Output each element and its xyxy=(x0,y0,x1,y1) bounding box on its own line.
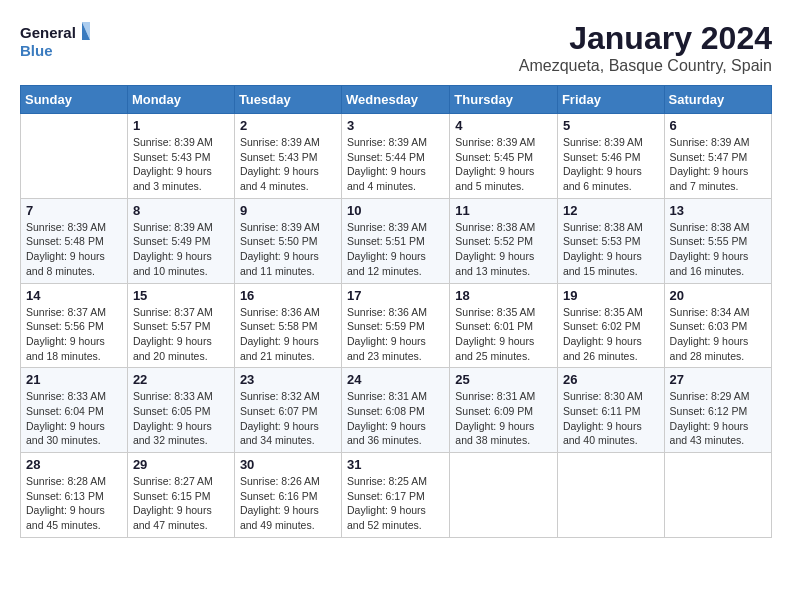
day-info: Sunrise: 8:39 AMSunset: 5:47 PMDaylight:… xyxy=(670,136,750,192)
calendar-cell: 7 Sunrise: 8:39 AMSunset: 5:48 PMDayligh… xyxy=(21,198,128,283)
calendar-week-row: 7 Sunrise: 8:39 AMSunset: 5:48 PMDayligh… xyxy=(21,198,772,283)
calendar-cell: 1 Sunrise: 8:39 AMSunset: 5:43 PMDayligh… xyxy=(127,114,234,199)
day-info: Sunrise: 8:31 AMSunset: 6:09 PMDaylight:… xyxy=(455,390,535,446)
calendar-cell: 30 Sunrise: 8:26 AMSunset: 6:16 PMDaylig… xyxy=(234,453,341,538)
day-info: Sunrise: 8:38 AMSunset: 5:52 PMDaylight:… xyxy=(455,221,535,277)
calendar-day-header: Friday xyxy=(557,86,664,114)
day-info: Sunrise: 8:39 AMSunset: 5:46 PMDaylight:… xyxy=(563,136,643,192)
day-number: 24 xyxy=(347,372,444,387)
day-number: 21 xyxy=(26,372,122,387)
day-number: 4 xyxy=(455,118,552,133)
logo-svg: General Blue xyxy=(20,20,90,65)
day-info: Sunrise: 8:35 AMSunset: 6:01 PMDaylight:… xyxy=(455,306,535,362)
day-info: Sunrise: 8:28 AMSunset: 6:13 PMDaylight:… xyxy=(26,475,106,531)
day-info: Sunrise: 8:36 AMSunset: 5:59 PMDaylight:… xyxy=(347,306,427,362)
day-info: Sunrise: 8:27 AMSunset: 6:15 PMDaylight:… xyxy=(133,475,213,531)
day-info: Sunrise: 8:25 AMSunset: 6:17 PMDaylight:… xyxy=(347,475,427,531)
calendar-cell: 24 Sunrise: 8:31 AMSunset: 6:08 PMDaylig… xyxy=(342,368,450,453)
day-number: 16 xyxy=(240,288,336,303)
calendar-cell: 22 Sunrise: 8:33 AMSunset: 6:05 PMDaylig… xyxy=(127,368,234,453)
calendar-table: SundayMondayTuesdayWednesdayThursdayFrid… xyxy=(20,85,772,538)
calendar-cell: 31 Sunrise: 8:25 AMSunset: 6:17 PMDaylig… xyxy=(342,453,450,538)
calendar-cell xyxy=(450,453,558,538)
day-info: Sunrise: 8:35 AMSunset: 6:02 PMDaylight:… xyxy=(563,306,643,362)
day-info: Sunrise: 8:26 AMSunset: 6:16 PMDaylight:… xyxy=(240,475,320,531)
subtitle: Amezqueta, Basque Country, Spain xyxy=(519,57,772,75)
calendar-day-header: Thursday xyxy=(450,86,558,114)
calendar-cell: 8 Sunrise: 8:39 AMSunset: 5:49 PMDayligh… xyxy=(127,198,234,283)
day-number: 6 xyxy=(670,118,766,133)
day-number: 8 xyxy=(133,203,229,218)
calendar-cell: 16 Sunrise: 8:36 AMSunset: 5:58 PMDaylig… xyxy=(234,283,341,368)
calendar-cell: 23 Sunrise: 8:32 AMSunset: 6:07 PMDaylig… xyxy=(234,368,341,453)
calendar-day-header: Wednesday xyxy=(342,86,450,114)
calendar-week-row: 21 Sunrise: 8:33 AMSunset: 6:04 PMDaylig… xyxy=(21,368,772,453)
calendar-header-row: SundayMondayTuesdayWednesdayThursdayFrid… xyxy=(21,86,772,114)
day-number: 29 xyxy=(133,457,229,472)
calendar-cell: 10 Sunrise: 8:39 AMSunset: 5:51 PMDaylig… xyxy=(342,198,450,283)
calendar-cell xyxy=(664,453,771,538)
logo: General Blue xyxy=(20,20,90,65)
day-number: 9 xyxy=(240,203,336,218)
day-number: 13 xyxy=(670,203,766,218)
day-info: Sunrise: 8:38 AMSunset: 5:55 PMDaylight:… xyxy=(670,221,750,277)
day-info: Sunrise: 8:33 AMSunset: 6:04 PMDaylight:… xyxy=(26,390,106,446)
svg-text:Blue: Blue xyxy=(20,42,53,59)
day-number: 17 xyxy=(347,288,444,303)
calendar-cell: 15 Sunrise: 8:37 AMSunset: 5:57 PMDaylig… xyxy=(127,283,234,368)
day-info: Sunrise: 8:34 AMSunset: 6:03 PMDaylight:… xyxy=(670,306,750,362)
calendar-day-header: Sunday xyxy=(21,86,128,114)
day-number: 10 xyxy=(347,203,444,218)
day-info: Sunrise: 8:37 AMSunset: 5:57 PMDaylight:… xyxy=(133,306,213,362)
calendar-cell: 21 Sunrise: 8:33 AMSunset: 6:04 PMDaylig… xyxy=(21,368,128,453)
day-number: 2 xyxy=(240,118,336,133)
calendar-cell: 20 Sunrise: 8:34 AMSunset: 6:03 PMDaylig… xyxy=(664,283,771,368)
day-info: Sunrise: 8:39 AMSunset: 5:43 PMDaylight:… xyxy=(240,136,320,192)
calendar-week-row: 1 Sunrise: 8:39 AMSunset: 5:43 PMDayligh… xyxy=(21,114,772,199)
page-header: General Blue January 2024 Amezqueta, Bas… xyxy=(20,20,772,75)
calendar-cell: 5 Sunrise: 8:39 AMSunset: 5:46 PMDayligh… xyxy=(557,114,664,199)
day-number: 1 xyxy=(133,118,229,133)
calendar-cell: 3 Sunrise: 8:39 AMSunset: 5:44 PMDayligh… xyxy=(342,114,450,199)
day-number: 7 xyxy=(26,203,122,218)
calendar-cell: 17 Sunrise: 8:36 AMSunset: 5:59 PMDaylig… xyxy=(342,283,450,368)
main-title: January 2024 xyxy=(519,20,772,57)
day-number: 15 xyxy=(133,288,229,303)
calendar-cell: 13 Sunrise: 8:38 AMSunset: 5:55 PMDaylig… xyxy=(664,198,771,283)
day-info: Sunrise: 8:30 AMSunset: 6:11 PMDaylight:… xyxy=(563,390,643,446)
day-number: 27 xyxy=(670,372,766,387)
day-number: 26 xyxy=(563,372,659,387)
day-number: 31 xyxy=(347,457,444,472)
calendar-week-row: 14 Sunrise: 8:37 AMSunset: 5:56 PMDaylig… xyxy=(21,283,772,368)
day-number: 25 xyxy=(455,372,552,387)
calendar-day-header: Monday xyxy=(127,86,234,114)
day-info: Sunrise: 8:39 AMSunset: 5:50 PMDaylight:… xyxy=(240,221,320,277)
day-info: Sunrise: 8:39 AMSunset: 5:45 PMDaylight:… xyxy=(455,136,535,192)
day-info: Sunrise: 8:29 AMSunset: 6:12 PMDaylight:… xyxy=(670,390,750,446)
day-info: Sunrise: 8:33 AMSunset: 6:05 PMDaylight:… xyxy=(133,390,213,446)
calendar-cell: 12 Sunrise: 8:38 AMSunset: 5:53 PMDaylig… xyxy=(557,198,664,283)
calendar-cell xyxy=(21,114,128,199)
day-info: Sunrise: 8:39 AMSunset: 5:49 PMDaylight:… xyxy=(133,221,213,277)
day-number: 23 xyxy=(240,372,336,387)
calendar-cell xyxy=(557,453,664,538)
calendar-cell: 6 Sunrise: 8:39 AMSunset: 5:47 PMDayligh… xyxy=(664,114,771,199)
calendar-week-row: 28 Sunrise: 8:28 AMSunset: 6:13 PMDaylig… xyxy=(21,453,772,538)
calendar-cell: 14 Sunrise: 8:37 AMSunset: 5:56 PMDaylig… xyxy=(21,283,128,368)
day-info: Sunrise: 8:39 AMSunset: 5:48 PMDaylight:… xyxy=(26,221,106,277)
day-info: Sunrise: 8:37 AMSunset: 5:56 PMDaylight:… xyxy=(26,306,106,362)
day-number: 12 xyxy=(563,203,659,218)
day-info: Sunrise: 8:39 AMSunset: 5:51 PMDaylight:… xyxy=(347,221,427,277)
day-info: Sunrise: 8:38 AMSunset: 5:53 PMDaylight:… xyxy=(563,221,643,277)
day-number: 28 xyxy=(26,457,122,472)
day-info: Sunrise: 8:39 AMSunset: 5:43 PMDaylight:… xyxy=(133,136,213,192)
day-number: 14 xyxy=(26,288,122,303)
title-block: January 2024 Amezqueta, Basque Country, … xyxy=(519,20,772,75)
day-number: 11 xyxy=(455,203,552,218)
calendar-cell: 2 Sunrise: 8:39 AMSunset: 5:43 PMDayligh… xyxy=(234,114,341,199)
calendar-cell: 19 Sunrise: 8:35 AMSunset: 6:02 PMDaylig… xyxy=(557,283,664,368)
calendar-cell: 27 Sunrise: 8:29 AMSunset: 6:12 PMDaylig… xyxy=(664,368,771,453)
day-number: 5 xyxy=(563,118,659,133)
day-number: 30 xyxy=(240,457,336,472)
day-number: 19 xyxy=(563,288,659,303)
